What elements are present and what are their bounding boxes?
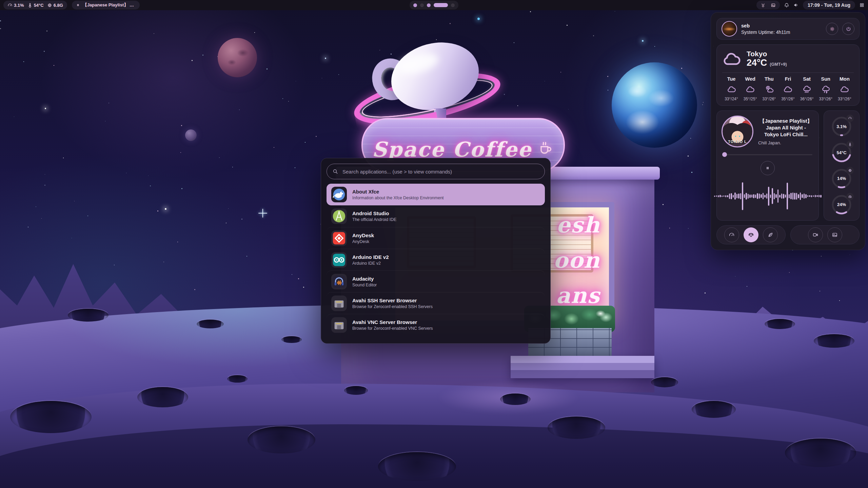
waveform-bar [789,194,790,198]
waveform-bar [777,189,779,203]
waveform-bar [787,183,788,209]
app-item[interactable]: Avahi SSH Server BrowserBrowse for Zeroc… [327,292,545,314]
waveform-bar [729,194,730,199]
waveform-bar [811,195,812,197]
workspace-dot-2[interactable] [420,3,424,7]
small-planet [185,129,197,141]
waveform-bar [749,195,751,198]
waveform-bar [744,194,745,198]
stat-thermometer: 54°C [27,3,44,8]
app-item[interactable]: Avahi VNC Server BrowserBrowse for Zeroc… [327,314,545,336]
camera-button[interactable] [808,227,823,242]
divider [722,73,854,73]
stat-chip: 6.8G [47,3,63,8]
weather-forecast: Tue33°/24°Wed35°/25°Thu33°/26°Fri35°/26°… [722,76,854,101]
waveform-bar [813,196,814,197]
waveform-bar [815,195,816,197]
forecast-day-sun: Sun33°/26° [816,76,835,101]
waveform-bar [748,194,749,199]
android-studio-app-icon [331,208,347,224]
leaf-button[interactable] [763,227,778,242]
waveform-bar [764,195,766,198]
quick-settings-group [716,225,786,244]
waveform-bar [772,188,773,204]
app-title: AnyDesk [352,232,374,238]
notifications-bell-icon[interactable] [784,2,789,8]
forecast-day-label: Wed [745,76,755,82]
weather-city: Tokyo [747,50,787,58]
workspace-dot-5[interactable] [451,3,455,7]
search-input[interactable] [342,168,539,175]
waveform-bar [774,193,775,199]
forecast-day-label: Fri [785,76,791,82]
power-button[interactable] [842,23,854,35]
app-subtitle: Browse for Zeroconf-enabled VNC Servers [352,326,433,331]
system-tray[interactable] [756,1,780,9]
workspace-dot-4[interactable] [434,3,448,7]
tray-claw-icon[interactable] [761,3,766,8]
waveform-bar [763,193,764,199]
workspace-dot-3[interactable] [427,3,431,7]
sun-cloud-icon [765,85,774,94]
workspace-switcher[interactable] [410,1,458,9]
volume-icon[interactable] [793,2,799,8]
now-playing-label: 【Japanese Playlist】 J... [83,2,136,8]
waveform-bar [733,195,734,198]
waveform-bar [820,195,822,198]
app-item[interactable]: Arduino IDE v2Arduino IDE v2 [327,249,545,270]
waveform-bar [783,194,784,199]
scales-icon [748,232,754,238]
waveform-bar [781,194,783,199]
progress-bar[interactable] [722,152,814,157]
app-item[interactable]: AudacitySound Editor [327,270,545,292]
top-bar: 3.1%54°C6.8G 【Japanese Playlist】 J... 17… [0,0,868,10]
waveform-bar [818,195,820,197]
app-title: Arduino IDE v2 [352,254,389,260]
gauge-icon [846,115,854,122]
play-pause-button[interactable] [761,161,775,175]
clock[interactable]: 17:09 - Tue, 19 Aug [803,1,855,9]
overview-grid-icon[interactable] [859,2,865,8]
gauge-chip: 14% [831,168,852,189]
app-item[interactable]: About XfceInformation about the Xfce Des… [327,184,545,205]
forecast-day-label: Thu [765,76,774,82]
app-title: Audacity [352,276,377,282]
gauge-thermometer: 54°C [831,142,852,163]
now-playing-pill[interactable]: 【Japanese Playlist】 J... [72,1,140,9]
forecast-day-label: Sat [803,76,811,82]
track-title: 【Japanese Playlist】 Japan All Night - To… [758,118,814,138]
weather-temp: 24°C [747,58,767,68]
media-tools-group [790,225,860,244]
waveform-bar [740,193,742,199]
waveform-bar [768,187,769,206]
tray-photo-icon[interactable] [771,3,776,8]
arduino-app-icon [331,252,347,268]
workspace-dot-1[interactable] [413,3,417,7]
app-item[interactable]: AnyDeskAnyDesk [327,227,545,249]
forecast-temps: 36°/26° [800,97,814,101]
app-item[interactable]: Android StudioThe official Android IDE [327,205,545,227]
forecast-temps: 33°/26° [838,97,851,101]
waveform-bar [714,196,715,197]
waveform-bar [809,195,810,197]
waveform-bar [805,194,807,198]
waveform-bar [757,193,758,199]
system-stats-pill[interactable]: 3.1%54°C6.8G [3,1,67,9]
neon-cup-icon [537,139,554,156]
app-subtitle: AnyDesk [352,239,374,244]
search-box[interactable] [327,164,545,179]
waveform-bar [753,194,754,198]
waveform-bar [775,194,777,198]
progress-knob[interactable] [722,152,727,157]
waveform-bar [800,192,801,200]
settings-button[interactable] [826,23,838,35]
photo-button[interactable] [827,227,842,242]
waveform-bar [716,196,717,197]
waveform-bar [736,194,738,198]
purple-planet [218,38,257,77]
stat-gauge: 3.1% [7,3,24,8]
pause-icon [76,3,80,7]
waveform-bar [727,195,728,197]
scales-button[interactable] [744,227,758,242]
gauge-button[interactable] [724,227,739,242]
